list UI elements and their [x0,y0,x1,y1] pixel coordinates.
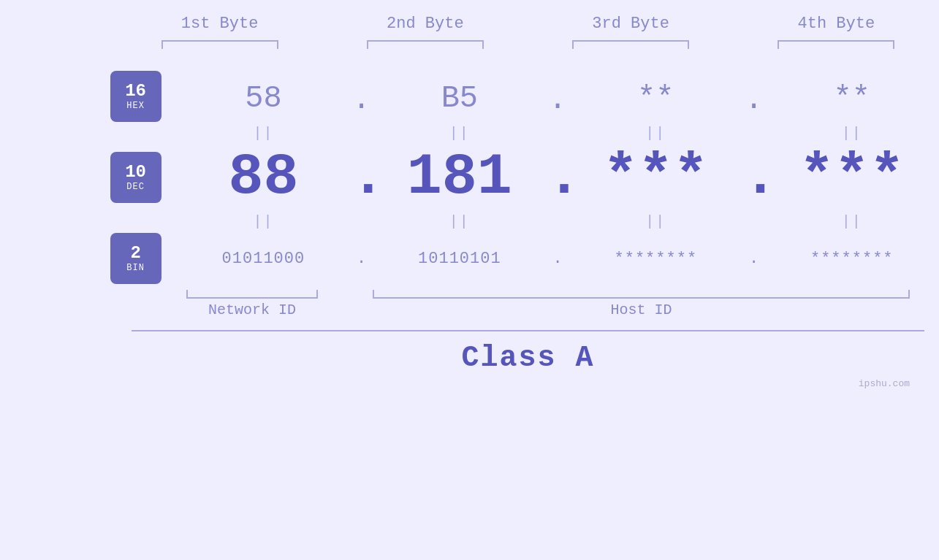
dec-badge-area: 10 DEC [102,152,169,203]
dec-dot2: . [547,148,569,207]
byte3-header: 3rd Byte [528,15,734,33]
class-label: Class A [461,342,594,375]
dec-dot1: . [351,148,373,207]
dec-byte2: 181 [373,145,547,210]
bin-badge: 2 BIN [110,233,161,284]
hex-dot3: . [743,75,765,118]
main-container: 1st Byte 2nd Byte 3rd Byte 4th Byte 16 H… [0,0,939,560]
hex-dot2: . [547,75,569,118]
bracket-2 [367,40,484,49]
bracket-cell-1 [117,40,322,49]
bin-row: 01011000 . 10110101 . ******** . *******… [176,244,939,274]
bracket-cell-3 [528,40,734,49]
host-bracket [373,290,910,299]
watermark: ipshu.com [859,378,910,389]
eq-row-hex-wrapper: || || || || [102,122,939,145]
eq-row-hex: || || || || [176,122,939,145]
bracket-cell-4 [734,40,939,49]
network-bracket [186,290,318,299]
network-bracket-area: Network ID [175,290,329,318]
hex-row: 58 . B5 . ** . ** [176,74,939,120]
bracket-3 [572,40,689,49]
content-wrapper: 16 HEX 58 . B5 . ** . ** || || [0,71,939,284]
dec-dot3: . [743,148,765,207]
bottom-brackets-container: Network ID Host ID [0,290,939,318]
dec-byte1: 88 [176,145,350,210]
bin-badge-area: 2 BIN [102,233,169,284]
bin-byte2: 10110101 [373,244,547,274]
hex-badge: 16 HEX [110,71,161,122]
byte-headers: 1st Byte 2nd Byte 3rd Byte 4th Byte [0,15,939,33]
byte2-header: 2nd Byte [322,15,528,33]
network-id-label: Network ID [208,302,296,318]
host-id-label: Host ID [610,302,672,318]
hex-dot1: . [351,75,373,118]
bin-byte4: ******** [765,244,939,274]
bracket-1 [161,40,278,49]
row-dec-wrapper: 10 DEC 88 . 181 . *** . *** [102,145,939,210]
top-brackets [0,40,939,49]
class-footer: Class A ipshu.com [132,330,924,375]
bracket-cell-2 [322,40,528,49]
eq-row-dec: || || || || [176,210,939,233]
dec-row: 88 . 181 . *** . *** [176,145,939,210]
hex-byte3: ** [569,74,742,120]
bin-byte1: 01011000 [176,244,350,274]
eq-row-dec-wrapper: || || || || [102,210,939,233]
bin-dot2: . [547,250,569,268]
bin-byte3: ******** [569,244,742,274]
byte4-header: 4th Byte [734,15,939,33]
bracket-4 [778,40,894,49]
bin-dot1: . [351,250,373,268]
byte1-header: 1st Byte [117,15,322,33]
row-bin-wrapper: 2 BIN 01011000 . 10110101 . ******** . *… [102,233,939,284]
bin-dot3: . [743,250,765,268]
row-hex-wrapper: 16 HEX 58 . B5 . ** . ** [102,71,939,122]
dec-badge: 10 DEC [110,152,161,203]
hex-byte2: B5 [373,74,547,120]
hex-badge-area: 16 HEX [102,71,169,122]
dec-byte4: *** [765,145,939,210]
host-bracket-area: Host ID [373,290,910,318]
hex-byte1: 58 [176,74,350,120]
hex-byte4: ** [765,74,939,120]
dec-byte3: *** [569,145,742,210]
